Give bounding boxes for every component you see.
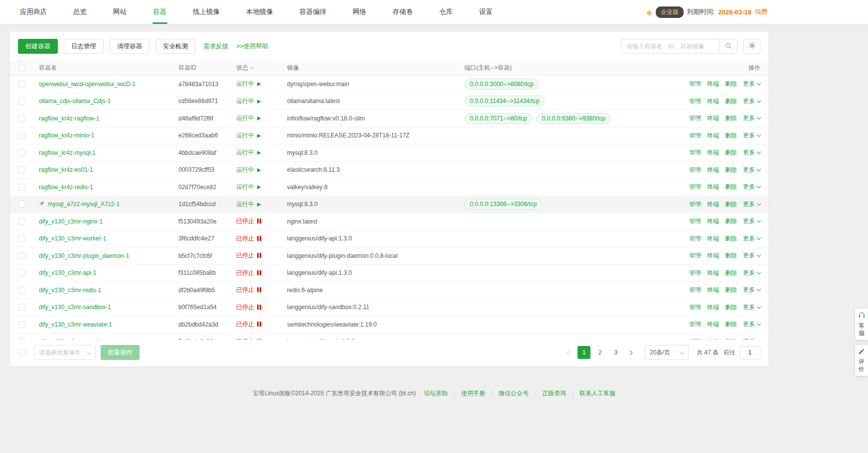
page-number-2[interactable]: 2 — [593, 346, 606, 359]
search-button[interactable] — [719, 39, 737, 53]
batch-select-all-checkbox[interactable] — [19, 349, 26, 356]
container-name-link[interactable]: ragflow_kr4z-mysql-1 — [39, 149, 96, 156]
row-action-manage[interactable]: 管理 — [689, 320, 701, 329]
row-action-terminal[interactable]: 终端 — [707, 251, 719, 260]
container-name-link[interactable]: dify_v130_c3mr-web-1 — [39, 338, 99, 340]
row-action-manage[interactable]: 管理 — [689, 217, 701, 226]
row-checkbox[interactable] — [18, 252, 25, 259]
nav-item-compose[interactable]: 容器编排 — [293, 0, 332, 24]
row-action-terminal[interactable]: 终端 — [707, 269, 719, 277]
container-name-link[interactable]: dify_v130_c3mr-weaviate-1 — [39, 321, 112, 328]
renew-link[interactable]: 续费 — [755, 7, 768, 16]
row-checkbox[interactable] — [18, 287, 25, 294]
row-action-manage[interactable]: 管理 — [689, 269, 701, 277]
row-checkbox[interactable] — [18, 184, 25, 191]
row-action-manage[interactable]: 管理 — [689, 338, 701, 340]
prev-page-button[interactable] — [563, 346, 576, 359]
row-action-manage[interactable]: 管理 — [689, 114, 701, 122]
row-action-terminal[interactable]: 终端 — [707, 200, 719, 209]
footer-link-genuine[interactable]: 正版查询 — [542, 390, 566, 397]
row-checkbox[interactable] — [18, 304, 25, 311]
nav-item-local-images[interactable]: 本地镜像 — [240, 0, 279, 24]
row-action-terminal[interactable]: 终端 — [707, 338, 719, 340]
help-link[interactable]: >>使用帮助 — [236, 42, 269, 51]
row-action-manage[interactable]: 管理 — [689, 80, 701, 88]
select-all-checkbox[interactable] — [18, 65, 25, 72]
container-name-link[interactable]: dify_v130_c3mr-plugin_daemon-1 — [39, 252, 129, 259]
row-action-delete[interactable]: 删除 — [725, 148, 737, 157]
nav-item-app-store[interactable]: 应用商店 — [14, 0, 53, 24]
row-action-delete[interactable]: 删除 — [725, 97, 737, 106]
nav-item-settings[interactable]: 设置 — [473, 0, 499, 24]
log-manage-button[interactable]: 日志管理 — [64, 39, 104, 54]
nav-item-registry[interactable]: 仓库 — [434, 0, 459, 24]
row-action-more[interactable]: 更多 — [743, 200, 760, 209]
row-action-more[interactable]: 更多 — [743, 166, 760, 174]
row-action-manage[interactable]: 管理 — [689, 303, 701, 312]
row-checkbox[interactable] — [18, 115, 25, 122]
row-action-more[interactable]: 更多 — [743, 234, 760, 243]
footer-link-manual[interactable]: 使用手册 — [461, 390, 485, 397]
row-action-delete[interactable]: 删除 — [725, 320, 737, 329]
row-action-terminal[interactable]: 终端 — [707, 183, 719, 191]
row-action-terminal[interactable]: 终端 — [707, 114, 719, 122]
row-action-delete[interactable]: 删除 — [725, 200, 737, 209]
row-action-delete[interactable]: 删除 — [725, 183, 737, 191]
row-action-more[interactable]: 更多 — [743, 338, 760, 340]
row-action-terminal[interactable]: 终端 — [707, 97, 719, 106]
row-action-terminal[interactable]: 终端 — [707, 80, 719, 88]
nav-item-network[interactable]: 网络 — [347, 0, 372, 24]
container-name-link[interactable]: ragflow_kr4z-es01-1 — [39, 166, 93, 173]
footer-link-forum[interactable]: 论坛求助 — [424, 390, 448, 397]
page-number-3[interactable]: 3 — [609, 346, 622, 359]
row-checkbox[interactable] — [18, 269, 25, 276]
row-action-terminal[interactable]: 终端 — [707, 166, 719, 174]
row-action-delete[interactable]: 删除 — [725, 217, 737, 226]
batch-action-select[interactable]: 请选择批量操作 — [34, 345, 96, 360]
row-action-delete[interactable]: 删除 — [725, 114, 737, 122]
col-header-status[interactable]: 状态 — [231, 64, 282, 72]
security-check-button[interactable]: 安全检测 — [155, 39, 195, 54]
row-action-more[interactable]: 更多 — [743, 131, 760, 140]
container-name-link[interactable]: ragflow_kr4z-minio-1 — [39, 132, 94, 139]
next-page-button[interactable] — [624, 346, 637, 359]
row-checkbox[interactable] — [18, 201, 25, 208]
row-action-more[interactable]: 更多 — [743, 183, 760, 191]
row-action-manage[interactable]: 管理 — [689, 200, 701, 209]
page-number-1[interactable]: 1 — [578, 346, 590, 359]
row-action-more[interactable]: 更多 — [743, 286, 760, 294]
settings-button[interactable] — [743, 39, 760, 54]
feedback-link[interactable]: 需求反馈 — [203, 42, 228, 51]
row-checkbox[interactable] — [18, 321, 25, 328]
row-action-manage[interactable]: 管理 — [689, 251, 701, 260]
container-name-link[interactable]: ollama_cdjs-ollama_Cdjs-1 — [39, 98, 111, 105]
container-name-link[interactable]: mysql_a7z2-mysql_A7z2-1 — [48, 201, 120, 208]
row-action-terminal[interactable]: 终端 — [707, 234, 719, 243]
row-checkbox[interactable] — [18, 149, 25, 156]
row-checkbox[interactable] — [18, 132, 25, 139]
row-action-manage[interactable]: 管理 — [689, 234, 701, 243]
nav-item-online-images[interactable]: 线上镜像 — [187, 0, 226, 24]
container-name-link[interactable]: ragflow_kr4z-redis-1 — [39, 184, 93, 191]
row-action-terminal[interactable]: 终端 — [707, 131, 719, 140]
row-action-manage[interactable]: 管理 — [689, 148, 701, 157]
row-action-delete[interactable]: 删除 — [725, 131, 737, 140]
row-action-more[interactable]: 更多 — [743, 114, 760, 122]
row-action-delete[interactable]: 删除 — [725, 80, 737, 88]
customer-service-widget[interactable]: 客服 — [855, 309, 868, 340]
container-name-link[interactable]: dify_v130_c3mr-redis-1 — [39, 287, 101, 294]
nav-item-volumes[interactable]: 存储卷 — [387, 0, 419, 24]
row-action-terminal[interactable]: 终端 — [707, 303, 719, 312]
row-action-terminal[interactable]: 终端 — [707, 286, 719, 294]
goto-page-input[interactable] — [739, 346, 760, 359]
row-action-delete[interactable]: 删除 — [725, 166, 737, 174]
row-action-terminal[interactable]: 终端 — [707, 217, 719, 226]
container-name-link[interactable]: openwebui_iwcd-openwebui_iwcD-1 — [39, 81, 136, 88]
container-name-link[interactable]: dify_v130_c3mr-nginx-1 — [39, 218, 103, 225]
row-action-more[interactable]: 更多 — [743, 303, 760, 312]
row-action-delete[interactable]: 删除 — [725, 234, 737, 243]
row-action-more[interactable]: 更多 — [743, 269, 760, 277]
search-input[interactable] — [621, 39, 719, 53]
nav-item-container[interactable]: 容器 — [147, 0, 172, 24]
row-action-manage[interactable]: 管理 — [689, 131, 701, 140]
